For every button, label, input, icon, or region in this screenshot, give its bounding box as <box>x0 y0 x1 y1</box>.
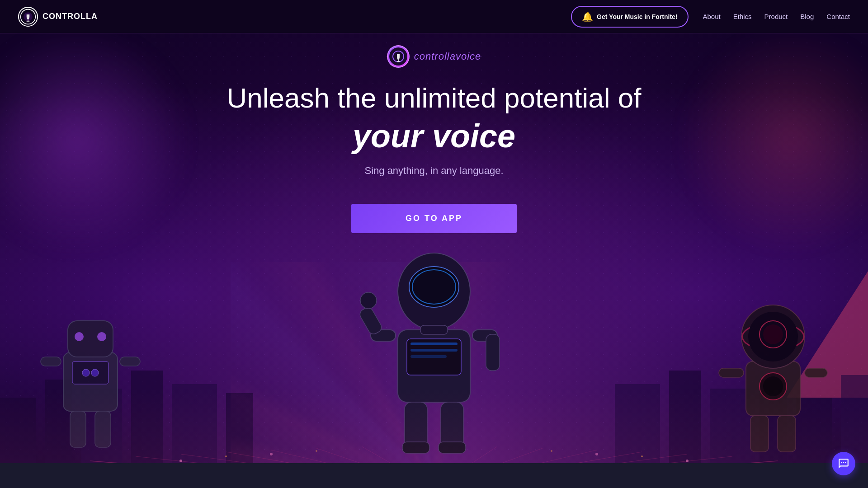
svg-rect-44 <box>70 411 86 447</box>
nav-item-product[interactable]: Product <box>764 13 788 21</box>
svg-rect-46 <box>72 361 108 384</box>
hero-headline-line1: Unleash the unlimited potential of <box>227 81 642 115</box>
nav-item-contact[interactable]: Contact <box>826 13 850 21</box>
navbar: CONTROLLA 🔔 Get Your Music in Fortnite! … <box>0 0 868 33</box>
svg-rect-39 <box>68 321 113 357</box>
svg-rect-60 <box>486 334 500 371</box>
robot-center <box>357 217 511 488</box>
nav-item-ethics[interactable]: Ethics <box>733 13 752 21</box>
chat-bubble-button[interactable] <box>832 452 855 475</box>
svg-rect-57 <box>358 306 383 336</box>
svg-rect-77 <box>750 416 769 452</box>
cv-logo-text: controllavoice <box>414 51 481 62</box>
svg-rect-75 <box>719 368 744 377</box>
svg-point-58 <box>360 292 377 309</box>
svg-point-84 <box>841 462 842 464</box>
svg-point-86 <box>845 462 846 464</box>
bell-icon: 🔔 <box>582 11 593 22</box>
svg-point-48 <box>91 369 99 376</box>
svg-point-41 <box>97 332 106 341</box>
cv-logo-inner <box>389 47 407 66</box>
nav-right: 🔔 Get Your Music in Fortnite! About Ethi… <box>571 6 850 28</box>
svg-rect-65 <box>405 402 427 447</box>
chat-icon <box>838 458 849 469</box>
hero-headline-line2: your voice <box>353 117 515 155</box>
svg-rect-43 <box>120 357 140 366</box>
footer-bar <box>0 463 868 488</box>
cv-logo-icon <box>387 45 410 68</box>
svg-point-85 <box>843 462 844 464</box>
svg-rect-67 <box>402 442 429 453</box>
svg-point-47 <box>82 369 90 376</box>
svg-point-53 <box>411 269 457 305</box>
svg-rect-78 <box>778 416 796 452</box>
svg-rect-55 <box>420 325 448 334</box>
hero-subtitle: Sing anything, in any language. <box>364 165 503 177</box>
svg-rect-63 <box>410 349 458 352</box>
fortnite-cta-button[interactable]: 🔔 Get Your Music in Fortnite! <box>571 6 688 28</box>
svg-point-74 <box>763 324 783 344</box>
svg-point-40 <box>75 332 84 341</box>
svg-rect-76 <box>805 368 827 377</box>
nav-logo[interactable]: CONTROLLA <box>18 7 98 27</box>
hero-content: controllavoice Unleash the unlimited pot… <box>227 45 642 233</box>
robot-right <box>714 271 832 488</box>
logo-text: CONTROLLA <box>42 12 98 21</box>
svg-rect-66 <box>441 402 463 447</box>
nav-item-blog[interactable]: Blog <box>800 13 814 21</box>
svg-rect-68 <box>439 442 466 453</box>
svg-rect-42 <box>41 357 61 366</box>
svg-point-80 <box>763 376 783 396</box>
svg-rect-62 <box>410 343 458 345</box>
nav-item-about[interactable]: About <box>703 13 721 21</box>
logo-icon <box>18 7 38 27</box>
nav-links: About Ethics Product Blog Contact <box>703 13 850 21</box>
robot-left <box>27 262 154 488</box>
controllavoice-logo: controllavoice <box>387 45 481 68</box>
hero-section: controllavoice Unleash the unlimited pot… <box>0 0 868 488</box>
svg-rect-64 <box>410 355 447 358</box>
go-to-app-button[interactable]: GO TO APP <box>351 204 517 233</box>
svg-rect-45 <box>95 411 111 447</box>
